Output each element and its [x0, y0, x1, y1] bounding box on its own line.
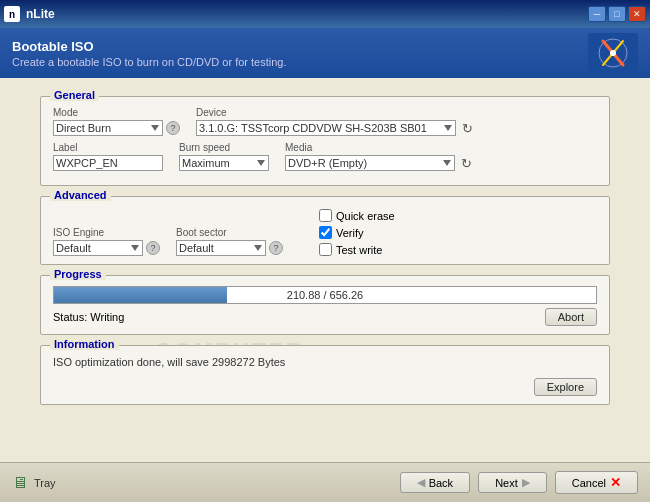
progress-text: 210.88 / 656.26: [287, 289, 363, 301]
boot-sector-help-icon[interactable]: ?: [269, 241, 283, 255]
test-write-label: Test write: [336, 244, 382, 256]
bottom-bar: 🖥 Tray ◀ Back Next ▶ Cancel ✕: [0, 462, 650, 502]
quick-erase-item[interactable]: Quick erase: [319, 209, 395, 222]
bottom-nav: ◀ Back Next ▶ Cancel ✕: [400, 471, 638, 494]
boot-sector-select[interactable]: Default: [176, 240, 266, 256]
svg-point-4: [610, 50, 616, 56]
label-input[interactable]: WXPCP_EN: [53, 155, 163, 171]
header-logo: [588, 33, 638, 73]
burn-speed-select[interactable]: Maximum: [179, 155, 269, 171]
app-icon: n: [4, 6, 20, 22]
abort-button[interactable]: Abort: [545, 308, 597, 326]
iso-engine-label: ISO Engine: [53, 227, 160, 238]
title-bar: n nLite ─ □ ✕: [0, 0, 650, 28]
general-section: General Mode Direct Burn ? Dev: [40, 96, 610, 186]
quick-erase-checkbox[interactable]: [319, 209, 332, 222]
advanced-section: Advanced ISO Engine Default ? Boot sect: [40, 196, 610, 265]
media-label: Media: [285, 142, 597, 153]
quick-erase-label: Quick erase: [336, 210, 395, 222]
information-section: Information ISO optimization done, will …: [40, 345, 610, 405]
device-refresh-icon[interactable]: ↻: [459, 120, 475, 136]
close-button[interactable]: ✕: [628, 6, 646, 22]
burn-speed-label: Burn speed: [179, 142, 269, 153]
progress-bar: 210.88 / 656.26: [53, 286, 597, 304]
information-section-label: Information: [54, 338, 115, 350]
mode-help-icon[interactable]: ?: [166, 121, 180, 135]
progress-section: Progress 210.88 / 656.26 Status: Writing…: [40, 275, 610, 335]
verify-label: Verify: [336, 227, 364, 239]
verify-item[interactable]: Verify: [319, 226, 395, 239]
status-text: Status: Writing: [53, 311, 124, 323]
cancel-button[interactable]: Cancel ✕: [555, 471, 638, 494]
test-write-item[interactable]: Test write: [319, 243, 395, 256]
media-select[interactable]: DVD+R (Empty): [285, 155, 455, 171]
page-subtitle: Create a bootable ISO to burn on CD/DVD …: [12, 56, 287, 68]
progress-section-label: Progress: [54, 268, 102, 280]
next-button[interactable]: Next ▶: [478, 472, 547, 493]
verify-checkbox[interactable]: [319, 226, 332, 239]
cancel-x-icon: ✕: [610, 475, 621, 490]
header-banner: Bootable ISO Create a bootable ISO to bu…: [0, 28, 650, 78]
iso-engine-help-icon[interactable]: ?: [146, 241, 160, 255]
mode-select[interactable]: Direct Burn: [53, 120, 163, 136]
general-section-label: General: [54, 89, 95, 101]
iso-engine-select[interactable]: Default: [53, 240, 143, 256]
progress-fill: [54, 287, 227, 303]
back-button[interactable]: ◀ Back: [400, 472, 470, 493]
boot-sector-label: Boot sector: [176, 227, 283, 238]
back-arrow-icon: ◀: [417, 476, 425, 489]
device-label: Device: [196, 107, 597, 118]
app-title: nLite: [26, 7, 55, 21]
advanced-section-label: Advanced: [54, 189, 107, 201]
next-arrow-icon: ▶: [522, 476, 530, 489]
maximize-button[interactable]: □: [608, 6, 626, 22]
tray-icon: 🖥: [12, 474, 28, 492]
label-label: Label: [53, 142, 163, 153]
info-text: ISO optimization done, will save 2998272…: [53, 356, 597, 368]
device-select[interactable]: 3.1.0.G: TSSTcorp CDDVDW SH-S203B SB01: [196, 120, 456, 136]
test-write-checkbox[interactable]: [319, 243, 332, 256]
minimize-button[interactable]: ─: [588, 6, 606, 22]
mode-label: Mode: [53, 107, 180, 118]
explore-button[interactable]: Explore: [534, 378, 597, 396]
tray-label: Tray: [34, 477, 56, 489]
media-refresh-icon[interactable]: ↻: [458, 155, 474, 171]
window-controls: ─ □ ✕: [588, 6, 646, 22]
page-title: Bootable ISO: [12, 39, 287, 54]
